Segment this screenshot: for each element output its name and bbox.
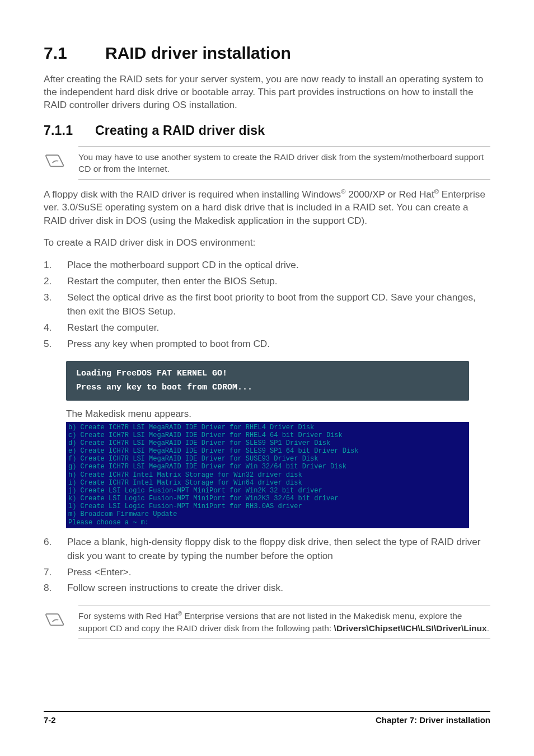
note-block-2: For systems with Red Hat® Enterprise ver…: [44, 605, 490, 639]
section-title-text: RAID driver installation: [105, 44, 291, 62]
note-text: You may have to use another system to cr…: [78, 146, 490, 180]
makedisk-caption: The Makedisk menu appears.: [66, 408, 490, 420]
list-item: 7.Press <Enter>.: [44, 565, 490, 579]
note-icon: [44, 607, 67, 631]
list-item: 3.Select the optical drive as the first …: [44, 290, 490, 318]
subsection-title-text: Creating a RAID driver disk: [95, 123, 265, 138]
list-item: 8.Follow screen instructions to create t…: [44, 581, 490, 595]
terminal-line: Loading FreeDOS FAT KERNEL GO!: [76, 367, 459, 381]
note-text: For systems with Red Hat® Enterprise ver…: [78, 605, 490, 639]
section-intro: After creating the RAID sets for your se…: [44, 73, 490, 112]
terminal-makedisk-menu: b) Create ICH7R LSI MegaRAID IDE Driver …: [66, 422, 469, 528]
steps-list-2: 6.Place a blank, high-density floppy dis…: [44, 535, 490, 595]
page-footer: 7-2 Chapter 7: Driver installation: [44, 711, 490, 725]
paragraph-dos-intro: To create a RAID driver disk in DOS envi…: [44, 236, 490, 249]
paragraph-floppy: A floppy disk with the RAID driver is re…: [44, 187, 490, 227]
steps-list-1: 1.Place the motherboard support CD in th…: [44, 258, 490, 351]
terminal-freedos: Loading FreeDOS FAT KERNEL GO! Press any…: [66, 361, 469, 401]
list-item: 1.Place the motherboard support CD in th…: [44, 258, 490, 272]
subsection-heading: 7.1.1Creating a RAID driver disk: [44, 123, 490, 138]
subsection-number: 7.1.1: [44, 123, 95, 138]
chapter-label: Chapter 7: Driver installation: [376, 715, 490, 725]
list-item: 4.Restart the computer.: [44, 321, 490, 335]
terminal-line: Press any key to boot from CDROM...: [76, 381, 459, 395]
page-number: 7-2: [44, 715, 56, 725]
list-item: 5.Press any key when prompted to boot fr…: [44, 337, 490, 351]
list-item: 2.Restart the computer, then enter the B…: [44, 274, 490, 288]
list-item: 6.Place a blank, high-density floppy dis…: [44, 535, 490, 563]
note-block-1: You may have to use another system to cr…: [44, 146, 490, 180]
note-icon: [44, 148, 67, 172]
driver-path: \Drivers\Chipset\ICH\LSI\Driver\Linux: [334, 623, 487, 633]
section-heading: 7.1RAID driver installation: [44, 44, 490, 63]
section-number: 7.1: [44, 44, 105, 63]
reg-mark: ®: [177, 611, 181, 617]
reg-mark: ®: [434, 188, 439, 195]
